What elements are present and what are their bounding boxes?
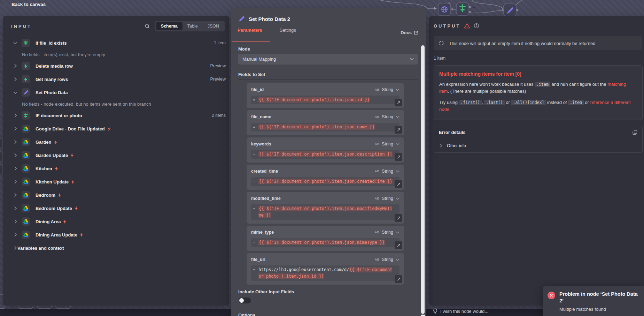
field-type-select[interactable]: AB String: [375, 169, 399, 174]
include-other-toggle[interactable]: [238, 297, 251, 304]
edge-pill[interactable]: [0, 138, 2, 149]
schema-node-info: 2 items: [212, 113, 226, 118]
expression-input[interactable]: = https://lh3.googleusercontent.com/d/{{…: [251, 265, 399, 281]
expand-chevron-icon[interactable]: [13, 153, 17, 157]
field-card[interactable]: modified_time AB String = {{ $('IF docum…: [247, 192, 404, 224]
expand-chevron-icon[interactable]: [13, 246, 17, 250]
other-info-row[interactable]: Other info: [434, 139, 642, 152]
expression-input[interactable]: = {{ $('IF document or photo').item.json…: [251, 96, 399, 104]
expand-chevron-icon[interactable]: [13, 113, 17, 118]
drive-icon: [22, 231, 30, 239]
expand-expression-button[interactable]: [395, 275, 402, 283]
schema-node-row[interactable]: If file_id exists 1 item: [3, 36, 229, 50]
info-icon[interactable]: [474, 23, 479, 29]
expand-chevron-icon[interactable]: [13, 140, 17, 144]
expand-expression-button[interactable]: [395, 214, 402, 222]
output-panel: OUTPUT This node will output an empty it…: [429, 16, 644, 306]
schema-node-row[interactable]: Kitchen Update: [3, 175, 229, 188]
copy-button[interactable]: [633, 130, 637, 135]
expand-icon: [397, 101, 401, 105]
edge-pill[interactable]: [0, 165, 2, 175]
expand-chevron-icon[interactable]: [13, 206, 17, 210]
flash-icon: [54, 140, 57, 144]
schema-node-row[interactable]: Dining Area Update: [3, 228, 229, 241]
drive-icon: [22, 125, 30, 133]
field-type-select[interactable]: AB String: [375, 87, 399, 92]
schema-node-row[interactable]: Delete media row Preview: [3, 59, 229, 73]
node-feedback[interactable]: I wish this node would...: [433, 308, 488, 314]
field-card[interactable]: file_id AB String = {{ $('IF document or…: [247, 83, 404, 108]
expand-chevron-icon[interactable]: [13, 219, 17, 224]
expand-chevron-icon[interactable]: [13, 90, 17, 95]
field-type-select[interactable]: AB String: [375, 142, 399, 146]
expand-chevron-icon[interactable]: [13, 77, 17, 81]
expand-chevron-icon[interactable]: [13, 64, 17, 68]
expand-expression-button[interactable]: [395, 241, 402, 249]
tab-schema[interactable]: Schema: [156, 22, 183, 30]
field-type-select[interactable]: AB String: [375, 230, 399, 235]
field-type: String: [382, 169, 393, 174]
field-card[interactable]: mime_type AB String = {{ $('IF document …: [247, 226, 404, 251]
schema-node-row[interactable]: Variables and context: [3, 241, 229, 255]
expression-input[interactable]: = {{ $('IF document or photo').item.json…: [251, 177, 399, 186]
docs-link[interactable]: Docs: [401, 30, 418, 35]
tab-json[interactable]: JSON: [203, 22, 224, 30]
expand-expression-button[interactable]: [395, 99, 402, 106]
schema-node-row[interactable]: Dining Area: [3, 215, 229, 228]
expression-input[interactable]: = {{ $('IF document or photo').item.json…: [251, 238, 399, 247]
expand-chevron-icon[interactable]: [13, 193, 17, 197]
mode-select[interactable]: Manual Mapping: [238, 54, 418, 65]
schema-node-label: Kitchen Update: [36, 179, 69, 185]
schema-node-row[interactable]: IF document or photo 2 items: [3, 109, 229, 122]
field-card[interactable]: created_time AB String = {{ $('IF docume…: [247, 165, 404, 190]
schema-node-row[interactable]: Google Drive - Doc File Updated: [3, 122, 229, 135]
expand-chevron-icon[interactable]: [13, 180, 17, 184]
back-to-canvas[interactable]: ← Back to canvas: [3, 1, 46, 7]
expand-expression-button[interactable]: [395, 126, 402, 134]
expression-input[interactable]: = {{ $('IF document or photo').item.json…: [251, 123, 399, 131]
expand-expression-button[interactable]: [395, 180, 402, 188]
error-title: Multiple matching items for item [0]: [439, 71, 636, 77]
expression-input[interactable]: = {{ $('IF document or photo').item.json…: [251, 150, 399, 159]
expression-value: {{ $('IF document or photo').item.json.i…: [258, 97, 370, 103]
expand-chevron-icon[interactable]: [13, 127, 17, 131]
schema-node-row[interactable]: Garden Update: [3, 149, 229, 162]
field-card[interactable]: file_name AB String = {{ $('IF document …: [247, 110, 404, 135]
tab-parameters[interactable]: Parameters: [238, 28, 262, 38]
expand-expression-button[interactable]: [395, 153, 402, 161]
schema-node-label: Dining Area Update: [36, 232, 77, 238]
ndv-scrollbar[interactable]: [421, 45, 425, 314]
input-panel: INPUT SchemaTableJSON If file_id exists …: [3, 16, 229, 306]
tab-settings[interactable]: Settings: [280, 28, 296, 38]
field-name: file_id: [251, 87, 264, 92]
schema-node-row[interactable]: Kitchen: [3, 162, 229, 175]
error-toast[interactable]: ✕ Problem in node ‘Set Photo Data 2’ Mul…: [543, 286, 644, 316]
field-card[interactable]: file_url AB String = https://lh3.googleu…: [247, 253, 404, 285]
schema-node-label: Dining Area: [36, 219, 61, 224]
schema-node-row[interactable]: Get many rows Preview: [3, 73, 229, 86]
schema-node-row[interactable]: Bedroom: [3, 188, 229, 202]
schema-node-label: Bedroom: [36, 193, 55, 198]
input-schema-list: If file_id exists 1 item No fields - ite…: [3, 36, 229, 255]
ndv-body: Mode Manual Mapping Fields to Set file_i…: [231, 42, 426, 316]
expression-input[interactable]: = {{ $('IF document or photo').item.json…: [251, 204, 399, 220]
output-header: OUTPUT: [429, 16, 644, 36]
field-type-select[interactable]: AB String: [375, 196, 399, 201]
schema-node-label: Delete media row: [36, 63, 73, 69]
flash-icon: [55, 166, 58, 171]
field-name: file_url: [251, 257, 265, 262]
expand-chevron-icon[interactable]: [13, 233, 17, 237]
field-card[interactable]: keywords AB String = {{ $('IF document o…: [247, 137, 404, 163]
schema-node-row[interactable]: Set Photo Data: [3, 86, 229, 99]
expand-chevron-icon[interactable]: [13, 41, 17, 45]
search-button[interactable]: [145, 23, 150, 29]
tab-table[interactable]: Table: [183, 22, 203, 30]
schema-node-row[interactable]: Bedroom Update: [3, 202, 229, 215]
schema-node-row[interactable]: Garden: [3, 135, 229, 149]
edge-pill[interactable]: [0, 151, 2, 162]
scroll-down-arrow[interactable]: ▼: [421, 315, 425, 316]
field-type-select[interactable]: AB String: [375, 114, 399, 119]
field-type-select[interactable]: AB String: [375, 257, 399, 262]
string-type-icon: AB: [375, 88, 379, 91]
expand-chevron-icon[interactable]: [13, 166, 17, 171]
